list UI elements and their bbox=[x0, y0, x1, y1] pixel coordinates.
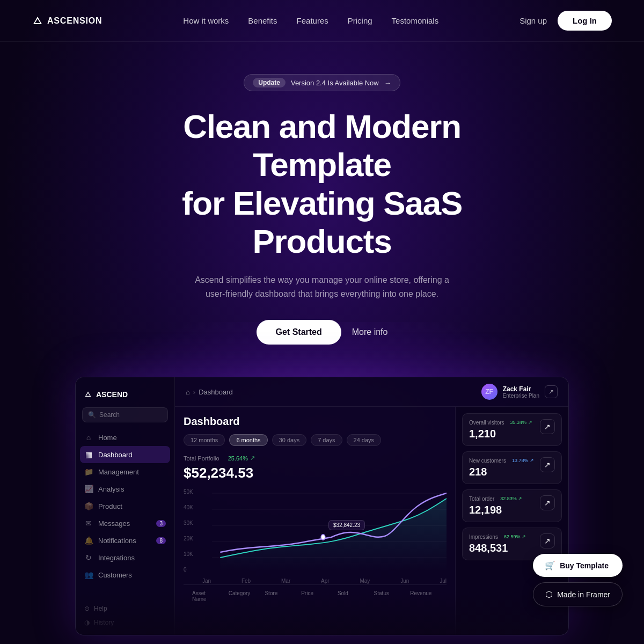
get-started-button[interactable]: Get Started bbox=[257, 320, 341, 345]
portfolio-badge: 25.64% ↗ bbox=[228, 455, 255, 462]
sidebar-item-integrations[interactable]: ↻ Integrations bbox=[76, 549, 174, 566]
login-button[interactable]: Log In bbox=[558, 11, 612, 31]
signup-button[interactable]: Sign up bbox=[519, 16, 547, 25]
tab-12months[interactable]: 12 months bbox=[184, 434, 225, 446]
sidebar-item-home[interactable]: ⌂ Home bbox=[76, 429, 174, 446]
user-details: Zack Fair Enterprise Plan bbox=[503, 385, 539, 399]
stat-total-order: Total order 32.83% ↗ 12,198 ↗ bbox=[462, 489, 562, 522]
hero-section: Update Version 2.4 Is Available Now → Cl… bbox=[0, 42, 644, 366]
sidebar-label-home: Home bbox=[98, 434, 117, 442]
sidebar-item-analysis[interactable]: 📈 Analysis bbox=[76, 480, 174, 497]
user-name: Zack Fair bbox=[503, 385, 539, 393]
orders-arrow[interactable]: ↗ bbox=[540, 495, 555, 510]
avatar: ZF bbox=[481, 384, 497, 400]
col-category: Category bbox=[229, 590, 257, 602]
nav-pricing[interactable]: Pricing bbox=[348, 16, 372, 25]
tab-7days[interactable]: 7 days bbox=[311, 434, 342, 446]
hero-title: Clean and Modern Template for Elevating … bbox=[113, 107, 531, 260]
sidebar-item-dashboard[interactable]: ▦ Dashboard bbox=[80, 446, 170, 463]
arrow-icon: → bbox=[384, 79, 391, 87]
visitors-arrow[interactable]: ↗ bbox=[540, 419, 555, 434]
hero-actions: Get Started More info bbox=[32, 320, 612, 345]
nav-benefits[interactable]: Benefits bbox=[248, 16, 277, 25]
impressions-arrow[interactable]: ↗ bbox=[540, 533, 555, 548]
history-icon: ◑ bbox=[84, 619, 90, 626]
stat-impressions-left: Impressions 62.59% ↗ 848,531 bbox=[469, 533, 540, 554]
hero-title-line2: for Elevating SaaS Products bbox=[182, 185, 462, 260]
hero-subtitle: Ascend simplifies the way you manage you… bbox=[193, 273, 451, 301]
chart-panel: Dashboard 12 months 6 months 30 days 7 d… bbox=[175, 407, 456, 635]
more-info-button[interactable]: More info bbox=[352, 327, 388, 337]
nav-testimonials[interactable]: Testomonials bbox=[392, 16, 439, 25]
stat-customers-label: New customers 13.78% ↗ bbox=[469, 457, 540, 464]
stat-overall-visitors: Overall visitors 35.34% ↗ 1,210 ↗ bbox=[462, 413, 562, 446]
buy-template-label: Buy Template bbox=[560, 561, 609, 570]
navbar-links: How it works Benefits Features Pricing T… bbox=[183, 16, 438, 25]
customers-icon: 👥 bbox=[84, 570, 93, 579]
nav-how-it-works[interactable]: How it works bbox=[183, 16, 229, 25]
badge-tag: Update bbox=[253, 78, 286, 87]
buy-template-button[interactable]: 🛒 Buy Template bbox=[533, 554, 623, 577]
navbar: ASCENSION How it works Benefits Features… bbox=[0, 0, 644, 42]
stat-visitors-label: Overall visitors 35.34% ↗ bbox=[469, 419, 540, 426]
sidebar-item-customers[interactable]: 👥 Customers bbox=[76, 566, 174, 583]
navbar-auth: Sign up Log In bbox=[519, 11, 612, 31]
table-area: Asset Name Category Store Price Sold Sta… bbox=[184, 584, 447, 610]
col-sold: Sold bbox=[338, 590, 365, 602]
orders-badge: 32.83% ↗ bbox=[497, 495, 525, 502]
table-header: Asset Name Category Store Price Sold Sta… bbox=[192, 590, 438, 605]
breadcrumb-separator: › bbox=[193, 388, 195, 396]
framer-icon: ⬡ bbox=[545, 589, 553, 599]
sidebar-label-product: Product bbox=[98, 502, 122, 510]
stat-orders-left: Total order 32.83% ↗ 12,198 bbox=[469, 495, 540, 516]
made-in-framer-button[interactable]: ⬡ Made in Framer bbox=[533, 582, 623, 606]
tab-24days[interactable]: 24 days bbox=[347, 434, 382, 446]
sidebar-item-notifications[interactable]: 🔔 Notifications 8 bbox=[76, 532, 174, 549]
dash-brand-name: ASCEND bbox=[96, 390, 128, 399]
notifications-badge: 8 bbox=[156, 537, 166, 544]
impressions-value: 848,531 bbox=[469, 542, 540, 554]
sidebar-item-management[interactable]: 📁 Management bbox=[76, 463, 174, 480]
customers-arrow[interactable]: ↗ bbox=[540, 457, 555, 472]
main-content: ⌂ › Dashboard ZF Zack Fair Enterprise Pl… bbox=[175, 377, 568, 635]
tab-6months[interactable]: 6 months bbox=[229, 434, 267, 446]
stat-new-customers: New customers 13.78% ↗ 218 ↗ bbox=[462, 451, 562, 484]
notifications-icon: 🔔 bbox=[84, 536, 93, 545]
breadcrumb-current: Dashboard bbox=[199, 388, 233, 396]
chart-y-labels: 50K 40K 30K 20K 10K 0 bbox=[184, 488, 193, 574]
col-revenue: Revenue bbox=[410, 590, 438, 602]
sidebar-label-messages: Messages bbox=[98, 519, 130, 528]
messages-icon: ✉ bbox=[84, 519, 93, 528]
orders-value: 12,198 bbox=[469, 504, 540, 516]
help-item[interactable]: ⊙ Help bbox=[84, 602, 166, 616]
stat-visitors-left: Overall visitors 35.34% ↗ 1,210 bbox=[469, 419, 540, 440]
nav-features[interactable]: Features bbox=[297, 16, 328, 25]
integrations-icon: ↻ bbox=[84, 553, 93, 562]
topbar: ⌂ › Dashboard ZF Zack Fair Enterprise Pl… bbox=[175, 377, 568, 407]
avatar-initials: ZF bbox=[485, 388, 493, 396]
shopping-icon: 🛒 bbox=[545, 560, 555, 570]
breadcrumb: ⌂ › Dashboard bbox=[186, 388, 233, 396]
sidebar-label-customers: Customers bbox=[98, 571, 132, 579]
customers-badge: 13.78% ↗ bbox=[509, 457, 537, 464]
col-store: Store bbox=[265, 590, 292, 602]
stat-orders-label: Total order 32.83% ↗ bbox=[469, 495, 540, 502]
sidebar-item-messages[interactable]: ✉ Messages 3 bbox=[76, 515, 174, 532]
help-label: Help bbox=[94, 605, 107, 612]
stat-customers-left: New customers 13.78% ↗ 218 bbox=[469, 457, 540, 478]
history-label: History bbox=[94, 619, 114, 626]
portfolio-change: 25.64% bbox=[228, 455, 248, 462]
home-breadcrumb-icon: ⌂ bbox=[186, 388, 190, 396]
export-button[interactable]: ↗ bbox=[545, 385, 558, 398]
search-box[interactable]: 🔍 Search bbox=[82, 407, 168, 422]
customers-value: 218 bbox=[469, 466, 540, 478]
sidebar-label-notifications: Notifications bbox=[98, 537, 136, 545]
product-icon: 📦 bbox=[84, 502, 93, 510]
user-plan: Enterprise Plan bbox=[503, 393, 539, 399]
sidebar-item-product[interactable]: 📦 Product bbox=[76, 497, 174, 515]
tab-30days[interactable]: 30 days bbox=[272, 434, 307, 446]
portfolio-row: Total Portfolio 25.64% ↗ bbox=[184, 455, 447, 464]
dashboard-icon: ▦ bbox=[84, 450, 93, 459]
dash-logo-icon bbox=[84, 391, 92, 398]
history-item[interactable]: ◑ History bbox=[84, 616, 166, 630]
